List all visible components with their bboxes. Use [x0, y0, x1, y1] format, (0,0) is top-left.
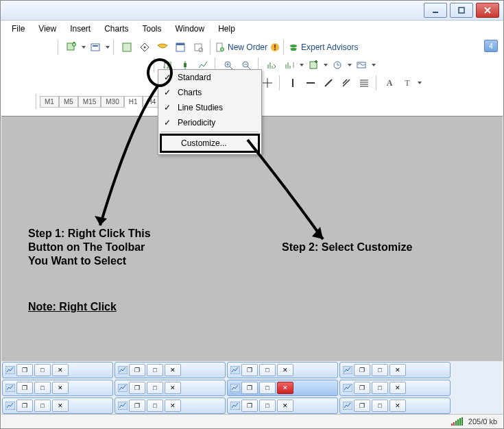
tab-restore-button[interactable]: ❐: [241, 400, 258, 412]
new-chart-button[interactable]: [63, 39, 80, 56]
tab-maximize-button[interactable]: □: [259, 382, 276, 394]
tab-close-button[interactable]: ✕: [277, 364, 293, 376]
tab-restore-button[interactable]: ❐: [241, 382, 258, 394]
mdi-tab-active[interactable]: ❐□✕: [227, 380, 338, 396]
tab-restore-button[interactable]: ❐: [16, 364, 33, 376]
tab-maximize-button[interactable]: □: [259, 364, 276, 376]
expert-advisors-button[interactable]: Expert Advisors: [289, 42, 358, 52]
svg-rect-6: [123, 43, 131, 51]
chevron-down-icon[interactable]: [418, 82, 422, 84]
tab-maximize-button[interactable]: □: [372, 364, 388, 376]
market-watch-button[interactable]: [119, 39, 135, 56]
chart-shift-button[interactable]: [281, 57, 298, 73]
context-item-standard[interactable]: ✓Standard: [158, 70, 261, 85]
menu-insert[interactable]: Insert: [64, 22, 96, 36]
tab-restore-button[interactable]: ❐: [129, 382, 145, 394]
window-maximize-button[interactable]: [450, 3, 473, 18]
tab-restore-button[interactable]: ❐: [16, 382, 33, 394]
chevron-down-icon[interactable]: [82, 46, 86, 49]
tab-maximize-button[interactable]: □: [34, 364, 51, 376]
period-m30[interactable]: M30: [101, 96, 123, 108]
period-h1[interactable]: H1: [124, 96, 143, 108]
menu-charts[interactable]: Charts: [99, 22, 134, 36]
data-window-button[interactable]: [154, 39, 171, 56]
new-order-button[interactable]: New Order: [215, 42, 280, 52]
tab-close-button[interactable]: ✕: [277, 400, 293, 412]
mdi-tab[interactable]: ❐□✕: [339, 380, 451, 396]
menu-help[interactable]: Help: [213, 22, 241, 36]
mdi-tab[interactable]: ❐□✕: [115, 362, 226, 378]
context-item-charts[interactable]: ✓Charts: [158, 85, 261, 100]
text-label-button[interactable]: T: [399, 75, 416, 91]
vertical-line-button[interactable]: [285, 75, 301, 91]
mdi-tab[interactable]: ❐□✕: [115, 380, 226, 396]
tab-maximize-button[interactable]: □: [147, 400, 163, 412]
chevron-down-icon[interactable]: [372, 64, 376, 66]
equidistant-channel-button[interactable]: [338, 75, 355, 91]
period-m1[interactable]: M1: [40, 96, 59, 108]
tab-restore-button[interactable]: ❐: [241, 364, 258, 376]
period-m5[interactable]: M5: [59, 96, 78, 108]
toolbar-grip-icon[interactable]: [36, 94, 38, 109]
chevron-down-icon[interactable]: [348, 64, 352, 66]
tab-restore-button[interactable]: ❐: [354, 364, 370, 376]
horizontal-line-button[interactable]: [302, 75, 319, 91]
mdi-tab[interactable]: ❐□✕: [2, 397, 113, 414]
mdi-tab[interactable]: ❐□✕: [115, 397, 226, 414]
tab-maximize-button[interactable]: □: [34, 400, 51, 412]
context-item-periodicity[interactable]: ✓Periodicity: [158, 115, 261, 130]
tab-close-button[interactable]: ✕: [165, 400, 181, 412]
mdi-tab[interactable]: ❐□✕: [339, 362, 451, 378]
tab-close-button[interactable]: ✕: [52, 382, 69, 394]
tab-close-button[interactable]: ✕: [52, 400, 69, 412]
indicators-button[interactable]: [305, 57, 322, 73]
tab-maximize-button[interactable]: □: [147, 364, 163, 376]
templates-button[interactable]: [353, 57, 370, 73]
strategy-tester-button[interactable]: [190, 39, 206, 56]
tab-restore-button[interactable]: ❐: [129, 364, 145, 376]
profiles-button[interactable]: [87, 39, 104, 56]
periodicity-button[interactable]: [329, 57, 346, 73]
tab-close-button[interactable]: ✕: [389, 400, 406, 412]
tab-restore-button[interactable]: ❐: [354, 400, 370, 412]
mdi-tab[interactable]: ❐□✕: [227, 397, 338, 414]
toolbar-grip-icon[interactable]: [58, 40, 60, 55]
menu-window[interactable]: Window: [170, 22, 211, 36]
terminal-button[interactable]: [172, 39, 189, 56]
navigator-button[interactable]: [136, 39, 153, 56]
mdi-tab[interactable]: ❐□✕: [227, 362, 338, 378]
menu-file[interactable]: File: [6, 22, 30, 36]
tab-close-button[interactable]: ✕: [165, 382, 181, 394]
period-m15[interactable]: M15: [78, 96, 101, 108]
mdi-tab[interactable]: ❐□✕: [339, 397, 451, 414]
text-button[interactable]: A: [381, 75, 398, 91]
tab-close-button[interactable]: ✕: [389, 364, 406, 376]
tab-maximize-button[interactable]: □: [372, 400, 388, 412]
tab-maximize-button[interactable]: □: [34, 382, 51, 394]
tab-close-button[interactable]: ✕: [277, 382, 293, 394]
chevron-down-icon[interactable]: [106, 46, 110, 49]
trendline-button[interactable]: [320, 75, 337, 91]
window-minimize-button[interactable]: [424, 3, 447, 18]
tab-maximize-button[interactable]: □: [372, 382, 388, 394]
menu-tools[interactable]: Tools: [137, 22, 167, 36]
fibonacci-button[interactable]: [356, 75, 372, 91]
tab-restore-button[interactable]: ❐: [16, 400, 33, 412]
menu-view[interactable]: View: [33, 22, 62, 36]
tab-restore-button[interactable]: ❐: [354, 382, 370, 394]
tab-maximize-button[interactable]: □: [259, 400, 276, 412]
mdi-tab[interactable]: ❐□✕: [2, 380, 113, 396]
mql-button[interactable]: 4: [484, 40, 498, 52]
context-item-line-studies[interactable]: ✓Line Studies: [158, 100, 261, 115]
mdi-tab[interactable]: ❐□✕: [2, 362, 113, 378]
autoscroll-button[interactable]: [263, 57, 280, 73]
tab-restore-button[interactable]: ❐: [129, 400, 145, 412]
chevron-down-icon[interactable]: [324, 64, 328, 66]
tab-close-button[interactable]: ✕: [389, 382, 406, 394]
tab-maximize-button[interactable]: □: [147, 382, 163, 394]
context-item-customize[interactable]: Customize...: [162, 136, 258, 151]
tab-close-button[interactable]: ✕: [52, 364, 69, 376]
chevron-down-icon[interactable]: [300, 64, 304, 66]
window-close-button[interactable]: [476, 3, 499, 18]
tab-close-button[interactable]: ✕: [165, 364, 181, 376]
